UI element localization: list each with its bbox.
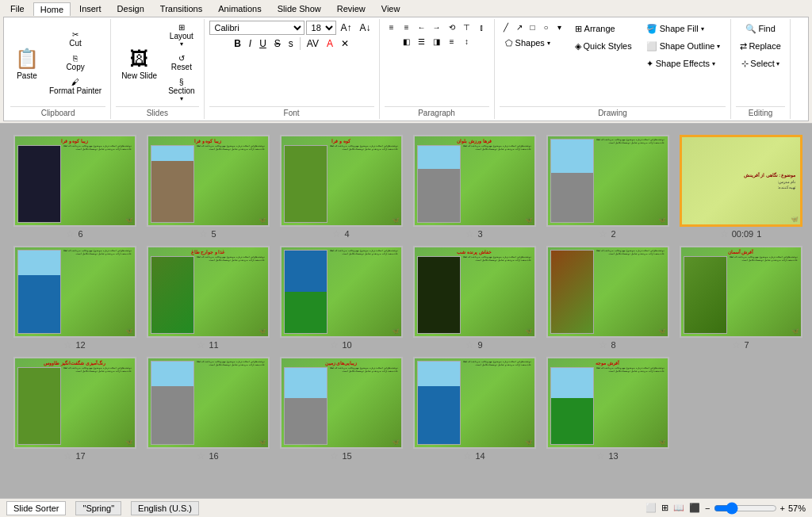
slide-thumb-6[interactable]: زیبا کوه و فرا نوشته‌های این اسلاید دربا…: [13, 135, 136, 227]
tab-animations[interactable]: Animations: [211, 2, 268, 15]
slide-thumb-2[interactable]: نوشته‌های این اسلاید درباره موضوع مهم و …: [546, 135, 669, 227]
cut-button[interactable]: ✂ Cut: [45, 28, 105, 50]
slide-star-7[interactable]: ☆: [732, 339, 741, 350]
decrease-indent-button[interactable]: ←: [415, 21, 429, 33]
font-name-select[interactable]: Calibri: [209, 21, 304, 35]
slide-star-4[interactable]: ☆: [332, 228, 341, 239]
slide-thumb-4[interactable]: کوه و فرا نوشته‌های این اسلاید درباره مو…: [280, 135, 403, 227]
italic-button[interactable]: I: [246, 36, 255, 51]
replace-button[interactable]: ⇄ Replace: [736, 38, 784, 54]
format-painter-button[interactable]: 🖌 Format Painter: [45, 75, 105, 98]
slide-thumb-16[interactable]: نوشته‌های این اسلاید درباره موضوع مهم و …: [147, 357, 270, 449]
tab-transitions[interactable]: Transitions: [153, 2, 209, 15]
quick-styles-button[interactable]: ◈ Quick Styles: [569, 38, 638, 54]
paste-button[interactable]: 📋 Paste: [10, 44, 44, 82]
bold-button[interactable]: B: [231, 36, 244, 51]
numbering-button[interactable]: ≡: [400, 21, 414, 33]
slide-star-8[interactable]: ☆: [599, 339, 607, 350]
slide-thumb-8[interactable]: نوشته‌های این اسلاید درباره موضوع مهم و …: [546, 246, 669, 338]
char-spacing-button[interactable]: AV: [304, 36, 322, 51]
shadow-button[interactable]: s: [285, 36, 297, 51]
arrange-button[interactable]: ⊞ Arrange: [569, 21, 638, 36]
slide-star-9[interactable]: ☆: [465, 339, 474, 350]
zoom-slider[interactable]: [714, 502, 777, 515]
layout-button[interactable]: ⊞ Layout ▾: [164, 21, 198, 50]
slide-star-14[interactable]: ☆: [463, 450, 472, 461]
find-button[interactable]: 🔍 Find: [741, 21, 779, 36]
underline-button[interactable]: U: [256, 36, 270, 51]
shape-fill-button[interactable]: 🪣 Shape Fill ▾: [641, 21, 726, 36]
slide-star-3[interactable]: ☆: [465, 228, 474, 239]
slide-star-12[interactable]: ☆: [63, 339, 72, 350]
copy-button[interactable]: ⎘ Copy: [45, 52, 105, 74]
new-slide-button[interactable]: 🖼 New Slide: [116, 44, 163, 82]
clear-format-button[interactable]: ✕: [338, 36, 352, 51]
increase-font-button[interactable]: A↑: [338, 21, 355, 35]
decrease-font-button[interactable]: A↓: [357, 21, 374, 35]
justify-button[interactable]: ≡: [445, 35, 459, 48]
slide-star-11[interactable]: ☆: [197, 339, 205, 350]
tab-file[interactable]: File: [3, 2, 32, 15]
slide-thumb-12[interactable]: نوشته‌های این اسلاید درباره موضوع مهم و …: [13, 246, 136, 338]
reset-button[interactable]: ↺ Reset: [164, 52, 198, 74]
select-button[interactable]: ⊹ Select ▾: [737, 56, 783, 71]
status-tab-spring[interactable]: "Spring": [75, 501, 121, 515]
slide-thumb-11[interactable]: غذا و جوارح طاغ نوشته‌های این اسلاید درب…: [147, 246, 270, 338]
shapes-button[interactable]: ⬠ Shapes ▾: [500, 35, 566, 51]
strikethrough-button[interactable]: S: [271, 36, 284, 51]
tab-view[interactable]: View: [374, 2, 408, 15]
slide-canvas[interactable]: زیبا کوه و فرا نوشته‌های این اسلاید دربا…: [0, 124, 812, 498]
slide-star-1[interactable]: ☆: [720, 228, 729, 239]
tab-design[interactable]: Design: [110, 2, 151, 15]
section-button[interactable]: § Section ▾: [164, 75, 198, 105]
shape-oval[interactable]: ○: [540, 21, 553, 33]
slide-star-6[interactable]: ☆: [66, 228, 75, 239]
slide-star-15[interactable]: ☆: [330, 450, 339, 461]
align-text-button[interactable]: ⊤: [460, 21, 474, 33]
slide-thumb-13[interactable]: آفرش موجه نوشته‌های این اسلاید درباره مو…: [546, 357, 669, 449]
font-size-select[interactable]: 18: [306, 21, 336, 35]
status-tab-language[interactable]: English (U.S.): [131, 501, 199, 515]
slide-thumb-5[interactable]: زیبا کوه و فرا نوشته‌های این اسلاید دربا…: [147, 135, 270, 227]
align-right-button[interactable]: ◨: [430, 35, 444, 48]
slide-thumb-17[interactable]: رنگ‌آمیزی شگفت‌انگیز طاووس نوشته‌های این…: [13, 357, 136, 449]
shape-more[interactable]: ▾: [553, 21, 566, 33]
shape-effects-button[interactable]: ✦ Shape Effects ▾: [641, 56, 726, 71]
view-reading-icon[interactable]: 📖: [673, 503, 684, 513]
slide-thumb-3[interactable]: فرها ورزش بلوان نوشته‌های این اسلاید درب…: [413, 135, 536, 227]
bullets-button[interactable]: ≡: [385, 21, 399, 33]
columns-button[interactable]: ⫿: [475, 21, 489, 33]
align-left-button[interactable]: ◧: [400, 35, 414, 48]
shape-line[interactable]: ╱: [500, 21, 512, 33]
slide-thumb-7[interactable]: آفرش آسمان نوشته‌های این اسلاید درباره م…: [680, 246, 802, 338]
slide-star-2[interactable]: ☆: [599, 228, 607, 239]
slide-thumb-9[interactable]: خفاش پرنده شب نوشته‌های این اسلاید دربار…: [413, 246, 536, 338]
view-normal-icon[interactable]: ⬜: [645, 503, 657, 513]
slide-thumb-10[interactable]: نوشته‌های این اسلاید درباره موضوع مهم و …: [280, 246, 403, 338]
tab-insert[interactable]: Insert: [72, 2, 109, 15]
shape-rect[interactable]: □: [527, 21, 539, 33]
tab-slideshow[interactable]: Slide Show: [270, 2, 328, 15]
status-tab-slide-sorter[interactable]: Slide Sorter: [6, 501, 66, 515]
view-slide-sorter-icon[interactable]: ⊞: [661, 503, 668, 513]
font-color-button[interactable]: A: [324, 36, 336, 51]
slide-star-17[interactable]: ☆: [63, 450, 72, 461]
zoom-out-button[interactable]: −: [705, 504, 710, 513]
line-spacing-button[interactable]: ↕: [460, 35, 474, 48]
view-presentation-icon[interactable]: ⬛: [689, 503, 700, 513]
align-center-button[interactable]: ☰: [415, 35, 429, 48]
slide-thumb-15[interactable]: زیبایی‌های زمین نوشته‌های این اسلاید درب…: [280, 357, 403, 449]
text-direction-button[interactable]: ⟲: [445, 21, 459, 33]
shape-arrow[interactable]: ↗: [513, 21, 526, 33]
tab-home[interactable]: Home: [33, 2, 71, 16]
zoom-in-button[interactable]: +: [780, 504, 785, 513]
slide-star-10[interactable]: ☆: [330, 339, 339, 350]
tab-review[interactable]: Review: [330, 2, 373, 15]
increase-indent-button[interactable]: →: [430, 21, 444, 33]
slide-star-5[interactable]: ☆: [199, 228, 208, 239]
slide-star-13[interactable]: ☆: [596, 450, 605, 461]
slide-thumb-1[interactable]: موضوع : نگاهی از آفرینش نام مدرس: تهیه ک…: [680, 135, 802, 227]
shape-outline-button[interactable]: ⬜ Shape Outline ▾: [641, 38, 726, 54]
slide-thumb-14[interactable]: نوشته‌های این اسلاید درباره موضوع مهم و …: [413, 357, 536, 449]
slide-star-16[interactable]: ☆: [197, 450, 205, 461]
